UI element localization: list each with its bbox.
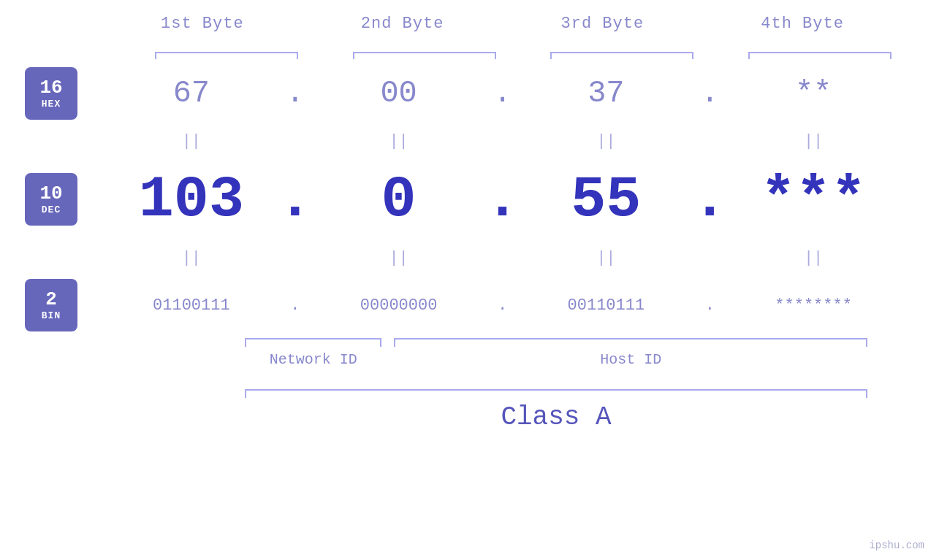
class-bracket-area: Class A [245, 389, 867, 426]
dec-dot-2: . [488, 166, 517, 233]
eq2-b3: || [517, 249, 696, 267]
bin-badge-label: BIN [42, 310, 61, 321]
content-area: 16 HEX 10 DEC 2 BIN [0, 61, 939, 560]
badges-column: 16 HEX 10 DEC 2 BIN [0, 61, 102, 560]
hex-b3: 37 [517, 76, 696, 111]
bin-badge: 2 BIN [25, 279, 77, 331]
bin-badge-row: 2 BIN [0, 272, 102, 338]
dec-b3: 55 [517, 166, 696, 233]
data-columns: 67 . 00 . 37 . ** [102, 61, 939, 560]
network-id-label: Network ID [245, 351, 381, 368]
dec-b2: 0 [310, 166, 488, 233]
eq2-b2: || [310, 249, 488, 267]
dec-dot-3: . [695, 166, 724, 233]
host-id-label: Host ID [394, 351, 867, 368]
class-label: Class A [245, 402, 867, 432]
byte2-header: 2nd Byte [303, 15, 503, 33]
bracket-b2 [341, 39, 509, 53]
eq2-b4: || [724, 249, 902, 267]
eq1-b2: || [310, 132, 488, 150]
bin-dot-1: . [281, 296, 310, 315]
eq1-b3: || [517, 132, 696, 150]
eq-row-1 [0, 126, 102, 156]
equals-row-2: || || || || [102, 243, 902, 272]
dec-b1: 103 [102, 166, 281, 233]
bin-dot-3: . [695, 296, 724, 315]
bin-b2: 00000000 [310, 296, 488, 315]
hex-b4: ** [724, 76, 902, 111]
eq-row-2 [0, 243, 102, 272]
hex-b1: 67 [102, 76, 281, 111]
byte3-header: 3rd Byte [503, 15, 703, 33]
class-bracket-line [245, 389, 867, 391]
hex-dot-1: . [281, 76, 310, 111]
dec-badge: 10 DEC [25, 173, 77, 226]
equals-row-1: || || || || [102, 126, 902, 156]
bin-badge-number: 2 [45, 289, 57, 310]
dec-b4: *** [724, 166, 902, 233]
dec-row: 103 . 0 . 55 . *** [102, 156, 902, 243]
bin-b4: ******** [724, 296, 902, 315]
bin-dot-2: . [488, 296, 517, 315]
bracket-b4 [736, 39, 905, 53]
hex-badge: 16 HEX [25, 67, 77, 120]
host-bracket [394, 338, 867, 340]
hex-badge-row: 16 HEX [0, 61, 102, 126]
hex-dot-3: . [695, 76, 724, 111]
byte1-header: 1st Byte [102, 15, 303, 33]
main-container: 1st Byte 2nd Byte 3rd Byte 4th Byte 16 [0, 0, 939, 560]
dec-dot-1: . [281, 166, 310, 233]
dec-badge-row: 10 DEC [0, 156, 102, 243]
hex-badge-number: 16 [39, 77, 62, 99]
eq1-b4: || [724, 132, 902, 150]
network-bracket [245, 338, 381, 340]
eq2-b1: || [102, 249, 281, 267]
hex-dot-2: . [488, 76, 517, 111]
byte4-header: 4th Byte [702, 15, 902, 33]
hex-b2: 00 [310, 76, 488, 111]
watermark: ipshu.com [869, 540, 924, 551]
bin-b3: 00110111 [517, 296, 696, 315]
eq1-b1: || [102, 132, 281, 150]
top-brackets [142, 39, 904, 53]
bin-row: 01100111 . 00000000 . 00110111 . [102, 272, 902, 338]
hex-row: 67 . 00 . 37 . ** [102, 61, 902, 126]
bracket-b3 [538, 39, 707, 53]
bin-b1: 01100111 [102, 296, 281, 315]
bottom-brackets: Network ID Host ID [245, 338, 867, 382]
dec-badge-label: DEC [42, 204, 61, 215]
dec-badge-number: 10 [39, 183, 62, 204]
byte-headers: 1st Byte 2nd Byte 3rd Byte 4th Byte [102, 0, 939, 33]
hex-badge-label: HEX [42, 99, 61, 110]
bracket-b1 [142, 39, 311, 53]
